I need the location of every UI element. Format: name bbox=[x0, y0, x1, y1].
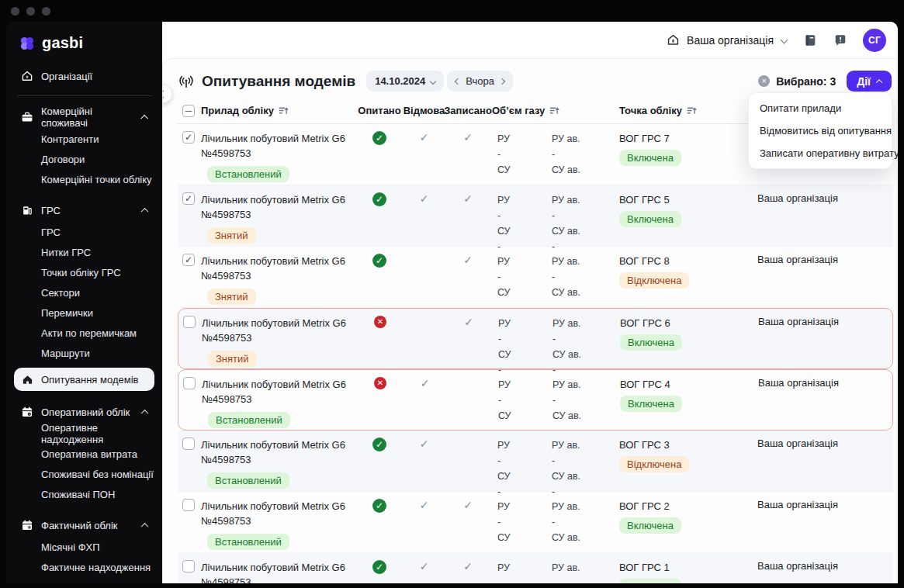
sidebar-subitem[interactable]: Нитки ГРС bbox=[14, 242, 154, 262]
sidebar-subitem[interactable]: Оперативна витрата bbox=[14, 444, 154, 464]
sidebar-subitem-label: Точки обліку ГРС bbox=[41, 267, 121, 278]
sidebar-subitem[interactable]: Акти по перемичкам bbox=[14, 323, 154, 343]
sidebar-group-header[interactable]: Фактичний облік bbox=[14, 514, 154, 537]
sidebar-subitem[interactable]: ГРС bbox=[14, 222, 154, 242]
window-zoom-button[interactable] bbox=[42, 7, 50, 16]
sort-icon[interactable] bbox=[687, 105, 697, 116]
table-row[interactable]: Лічильник побутовий Metrix G6№4598753Вст… bbox=[178, 369, 893, 431]
sidebar-group-header[interactable]: Оперативний облік bbox=[14, 400, 154, 424]
point-name: ВОГ ГРС 4 bbox=[620, 377, 682, 392]
device-name: Лічильник побутовий Metrix G6№4598753 bbox=[202, 316, 346, 345]
sidebar-subitem[interactable]: Споживачі без номінації bbox=[14, 464, 154, 484]
row-checkbox[interactable] bbox=[182, 438, 195, 450]
row-checkbox[interactable]: ✓ bbox=[182, 131, 195, 144]
point-cell: ВОГ ГРС 1Включена bbox=[619, 560, 681, 583]
sidebar-subitem[interactable]: Споживачі ПОН bbox=[14, 484, 154, 504]
point-status-badge: Включена bbox=[620, 334, 682, 351]
menu-item[interactable]: Відмовитись від опитування bbox=[749, 119, 892, 142]
sidebar-group-header[interactable]: Комерційні споживачі bbox=[14, 105, 154, 129]
volume-ru-cell: РУ-СУ- bbox=[498, 316, 511, 378]
volume-ru-av-cell: РУ ав.-СУ ав.- bbox=[552, 131, 580, 193]
table-row[interactable]: ✓Лічильник побутовий Metrix G6№4598753Зн… bbox=[178, 247, 893, 308]
device-status-badge: Встановлений bbox=[207, 534, 289, 550]
table-row[interactable]: Лічильник побутовий Metrix G6№4598753Вст… bbox=[178, 492, 893, 553]
next-day-button[interactable] bbox=[499, 78, 505, 84]
sidebar-subitem-label: Фактична витрата bbox=[41, 582, 125, 584]
user-avatar[interactable]: СГ bbox=[863, 29, 886, 52]
menu-item[interactable]: Записати оперативну витрату bbox=[749, 142, 892, 164]
point-name: ВОГ ГРС 8 bbox=[619, 254, 689, 268]
window-minimize-button[interactable] bbox=[26, 7, 35, 16]
refused-cell: ✓ bbox=[403, 560, 445, 572]
prev-day-button[interactable] bbox=[455, 78, 461, 84]
menu-item[interactable]: Опитати прилади bbox=[749, 97, 892, 119]
polled-fail-icon: ✕ bbox=[374, 316, 386, 328]
sort-icon[interactable] bbox=[279, 105, 289, 116]
device-cell: Лічильник побутовий Metrix G6№4598753Вст… bbox=[202, 377, 346, 428]
organization-selector[interactable]: Ваша організація bbox=[666, 33, 787, 47]
date-picker[interactable]: 14.10.2024 bbox=[366, 71, 444, 92]
date-nav-label: Вчора bbox=[466, 75, 494, 87]
sidebar-subitem-label: Перемички bbox=[41, 307, 93, 319]
volume-ru-cell: РУ-СУ- bbox=[497, 192, 511, 254]
brand-logo[interactable]: gasbi bbox=[6, 22, 162, 57]
journal-icon[interactable] bbox=[802, 33, 817, 47]
sidebar-subitem[interactable]: Точки обліку ГРС bbox=[14, 262, 154, 282]
device-name: Лічильник побутовий Metrix G6№4598753 bbox=[201, 560, 345, 583]
col-volume[interactable]: Об’єм газу bbox=[492, 105, 559, 116]
sidebar-subitem-label: Нитки ГРС bbox=[41, 247, 91, 258]
sidebar-subitem[interactable]: Оперативне надходження bbox=[14, 424, 154, 444]
sidebar-subitem-label: ГРС bbox=[41, 227, 61, 238]
row-checkbox[interactable] bbox=[183, 316, 196, 328]
row-checkbox[interactable] bbox=[182, 560, 195, 572]
device-status-badge: Знятий bbox=[208, 351, 257, 367]
sidebar-subitem[interactable]: Договори bbox=[14, 149, 154, 169]
volume-ru-cell: РУ-СУ- bbox=[497, 254, 511, 316]
col-device[interactable]: Прилад обліку bbox=[201, 105, 289, 116]
window-close-button[interactable] bbox=[11, 7, 19, 16]
org-cell: Ваша організація bbox=[757, 438, 838, 449]
calendar-sync-icon bbox=[21, 519, 33, 531]
col-refused[interactable]: Відмова bbox=[403, 105, 445, 116]
chat-alert-icon[interactable] bbox=[833, 33, 847, 47]
sidebar-subitem[interactable]: Перемички bbox=[14, 303, 154, 323]
sidebar-group-header[interactable]: ГРС bbox=[14, 199, 154, 222]
briefcase-icon bbox=[21, 111, 33, 123]
sidebar-subitem[interactable]: Комерційні точки обліку bbox=[14, 169, 154, 189]
table-row[interactable]: Лічильник побутовий Metrix G6№4598753Зня… bbox=[178, 308, 893, 369]
sidebar-subitem[interactable]: Маршрути bbox=[14, 343, 154, 363]
sidebar-subitem[interactable]: Фактичне надходження bbox=[14, 557, 154, 577]
sidebar-subitem[interactable]: Місячні ФХП bbox=[14, 537, 154, 557]
col-polled[interactable]: Опитано bbox=[356, 105, 403, 116]
sidebar-subitem[interactable]: Фактична витрата bbox=[14, 577, 154, 583]
polled-success-icon: ✓ bbox=[372, 499, 386, 513]
device-name: Лічильник побутовий Metrix G6№4598753 bbox=[202, 377, 346, 406]
select-all-checkbox[interactable]: ─ bbox=[182, 105, 195, 117]
sort-icon[interactable] bbox=[549, 105, 559, 116]
table-row[interactable]: ✓Лічильник побутовий Metrix G6№4598753Зн… bbox=[178, 185, 893, 247]
actions-button[interactable]: Дії bbox=[847, 71, 892, 92]
point-status-badge: Включена bbox=[619, 211, 681, 227]
row-checkbox[interactable]: ✓ bbox=[182, 192, 195, 205]
row-checkbox[interactable] bbox=[183, 377, 196, 389]
refused-cell: ✓ bbox=[403, 131, 445, 144]
sidebar-item-top[interactable]: Організації bbox=[14, 64, 154, 88]
point-cell: ВОГ ГРС 3Відключена bbox=[619, 438, 689, 472]
row-checkbox[interactable] bbox=[182, 499, 195, 511]
col-point[interactable]: Точка обліку bbox=[619, 105, 697, 116]
table-row[interactable]: Лічильник побутовий Metrix G6№4598753Вст… bbox=[178, 431, 893, 492]
row-checkbox[interactable]: ✓ bbox=[182, 254, 195, 266]
sidebar-subitem-label: Комерційні точки обліку bbox=[41, 174, 151, 185]
modems-table: ─ Прилад обліку Опитано Відмова Записано… bbox=[178, 101, 893, 583]
sidebar-item-active[interactable]: Опитування модемів bbox=[14, 368, 154, 391]
col-recorded[interactable]: Записано bbox=[445, 105, 490, 116]
sidebar-subitem-label: Оперативна витрата bbox=[41, 448, 137, 460]
sidebar-subitem-label: Оперативне надходження bbox=[41, 422, 154, 445]
sidebar-subitem[interactable]: Контрагенти bbox=[14, 129, 154, 149]
sidebar-subitem[interactable]: Сектори bbox=[14, 282, 154, 303]
org-cell: Ваша організація bbox=[757, 192, 838, 204]
point-name: ВОГ ГРС 1 bbox=[619, 560, 681, 575]
table-row[interactable]: Лічильник побутовий Metrix G6№4598753Вст… bbox=[178, 553, 893, 583]
clear-selection-icon[interactable]: × bbox=[758, 75, 770, 87]
table-body: ✓Лічильник побутовий Metrix G6№4598753Вс… bbox=[178, 124, 893, 583]
